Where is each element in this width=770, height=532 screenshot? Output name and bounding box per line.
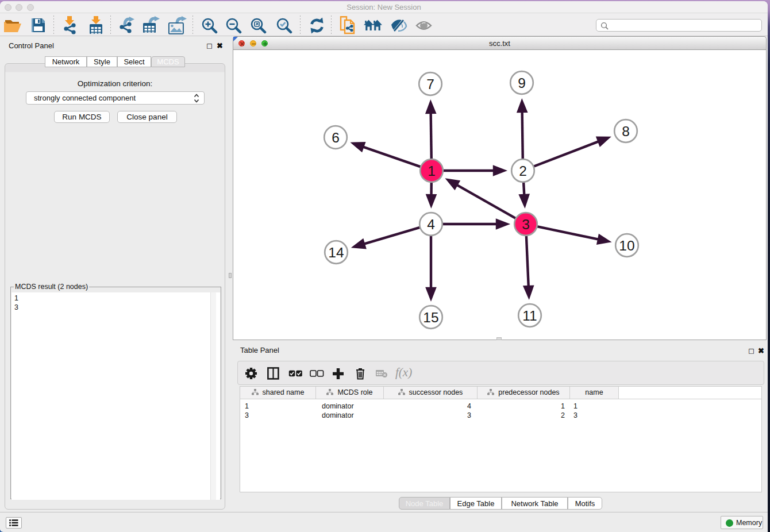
svg-text:11: 11 <box>522 308 537 323</box>
svg-text:1: 1 <box>428 163 436 179</box>
svg-text:4: 4 <box>427 217 435 232</box>
svg-text:15: 15 <box>423 310 438 325</box>
svg-text:14: 14 <box>328 245 344 260</box>
svg-text:3: 3 <box>522 217 530 232</box>
svg-text:6: 6 <box>332 130 340 145</box>
svg-text:8: 8 <box>622 124 630 139</box>
svg-text:7: 7 <box>426 76 434 92</box>
svg-text:10: 10 <box>619 238 634 253</box>
svg-text:2: 2 <box>519 163 527 179</box>
svg-text:9: 9 <box>518 75 526 91</box>
